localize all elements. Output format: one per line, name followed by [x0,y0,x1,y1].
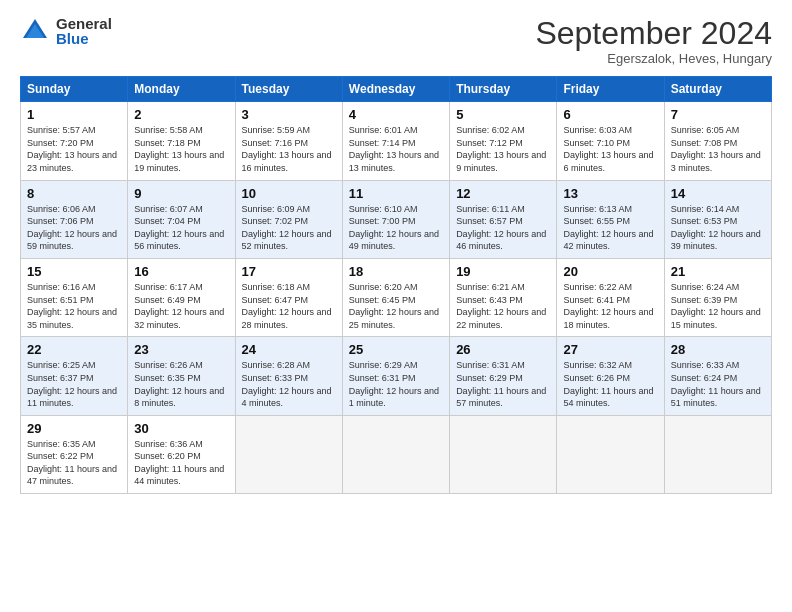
logo-icon [20,16,50,46]
day-number: 28 [671,342,765,357]
calendar-cell: 25Sunrise: 6:29 AMSunset: 6:31 PMDayligh… [342,337,449,415]
day-info: Sunrise: 6:13 AMSunset: 6:55 PMDaylight:… [563,204,653,252]
calendar-cell: 27Sunrise: 6:32 AMSunset: 6:26 PMDayligh… [557,337,664,415]
calendar-cell: 18Sunrise: 6:20 AMSunset: 6:45 PMDayligh… [342,258,449,336]
calendar-cell: 20Sunrise: 6:22 AMSunset: 6:41 PMDayligh… [557,258,664,336]
day-number: 2 [134,107,228,122]
day-info: Sunrise: 6:07 AMSunset: 7:04 PMDaylight:… [134,204,224,252]
calendar-cell: 28Sunrise: 6:33 AMSunset: 6:24 PMDayligh… [664,337,771,415]
day-number: 16 [134,264,228,279]
calendar-cell [664,415,771,493]
day-number: 8 [27,186,121,201]
calendar-cell: 11Sunrise: 6:10 AMSunset: 7:00 PMDayligh… [342,180,449,258]
day-info: Sunrise: 6:25 AMSunset: 6:37 PMDaylight:… [27,360,117,408]
day-info: Sunrise: 5:58 AMSunset: 7:18 PMDaylight:… [134,125,224,173]
day-info: Sunrise: 6:11 AMSunset: 6:57 PMDaylight:… [456,204,546,252]
logo-text: General Blue [56,16,112,46]
day-number: 21 [671,264,765,279]
day-info: Sunrise: 6:29 AMSunset: 6:31 PMDaylight:… [349,360,439,408]
day-number: 24 [242,342,336,357]
day-info: Sunrise: 6:20 AMSunset: 6:45 PMDaylight:… [349,282,439,330]
day-number: 18 [349,264,443,279]
calendar-header-row: Sunday Monday Tuesday Wednesday Thursday… [21,77,772,102]
day-number: 15 [27,264,121,279]
calendar-cell: 2Sunrise: 5:58 AMSunset: 7:18 PMDaylight… [128,102,235,180]
day-info: Sunrise: 6:01 AMSunset: 7:14 PMDaylight:… [349,125,439,173]
col-thursday: Thursday [450,77,557,102]
calendar-cell: 26Sunrise: 6:31 AMSunset: 6:29 PMDayligh… [450,337,557,415]
col-sunday: Sunday [21,77,128,102]
calendar: Sunday Monday Tuesday Wednesday Thursday… [20,76,772,494]
day-number: 17 [242,264,336,279]
calendar-cell: 16Sunrise: 6:17 AMSunset: 6:49 PMDayligh… [128,258,235,336]
col-friday: Friday [557,77,664,102]
day-number: 29 [27,421,121,436]
day-info: Sunrise: 6:02 AMSunset: 7:12 PMDaylight:… [456,125,546,173]
day-info: Sunrise: 6:32 AMSunset: 6:26 PMDaylight:… [563,360,653,408]
calendar-body: 1Sunrise: 5:57 AMSunset: 7:20 PMDaylight… [21,102,772,494]
calendar-cell: 23Sunrise: 6:26 AMSunset: 6:35 PMDayligh… [128,337,235,415]
day-info: Sunrise: 6:22 AMSunset: 6:41 PMDaylight:… [563,282,653,330]
calendar-week-row: 29Sunrise: 6:35 AMSunset: 6:22 PMDayligh… [21,415,772,493]
calendar-cell: 17Sunrise: 6:18 AMSunset: 6:47 PMDayligh… [235,258,342,336]
calendar-cell [557,415,664,493]
logo: General Blue [20,16,112,46]
calendar-cell: 3Sunrise: 5:59 AMSunset: 7:16 PMDaylight… [235,102,342,180]
day-info: Sunrise: 6:35 AMSunset: 6:22 PMDaylight:… [27,439,117,487]
calendar-cell: 13Sunrise: 6:13 AMSunset: 6:55 PMDayligh… [557,180,664,258]
day-info: Sunrise: 6:18 AMSunset: 6:47 PMDaylight:… [242,282,332,330]
day-info: Sunrise: 6:10 AMSunset: 7:00 PMDaylight:… [349,204,439,252]
day-number: 7 [671,107,765,122]
calendar-cell: 4Sunrise: 6:01 AMSunset: 7:14 PMDaylight… [342,102,449,180]
day-number: 26 [456,342,550,357]
day-number: 13 [563,186,657,201]
day-number: 5 [456,107,550,122]
calendar-cell: 8Sunrise: 6:06 AMSunset: 7:06 PMDaylight… [21,180,128,258]
day-info: Sunrise: 6:24 AMSunset: 6:39 PMDaylight:… [671,282,761,330]
day-number: 22 [27,342,121,357]
day-number: 11 [349,186,443,201]
day-info: Sunrise: 6:06 AMSunset: 7:06 PMDaylight:… [27,204,117,252]
logo-general: General [56,16,112,31]
day-number: 6 [563,107,657,122]
title-block: September 2024 Egerszalok, Heves, Hungar… [535,16,772,66]
day-info: Sunrise: 6:17 AMSunset: 6:49 PMDaylight:… [134,282,224,330]
day-number: 25 [349,342,443,357]
day-info: Sunrise: 6:09 AMSunset: 7:02 PMDaylight:… [242,204,332,252]
day-info: Sunrise: 5:59 AMSunset: 7:16 PMDaylight:… [242,125,332,173]
logo-blue: Blue [56,31,112,46]
calendar-cell: 10Sunrise: 6:09 AMSunset: 7:02 PMDayligh… [235,180,342,258]
calendar-cell: 22Sunrise: 6:25 AMSunset: 6:37 PMDayligh… [21,337,128,415]
day-info: Sunrise: 6:26 AMSunset: 6:35 PMDaylight:… [134,360,224,408]
calendar-cell: 12Sunrise: 6:11 AMSunset: 6:57 PMDayligh… [450,180,557,258]
calendar-week-row: 15Sunrise: 6:16 AMSunset: 6:51 PMDayligh… [21,258,772,336]
day-info: Sunrise: 6:14 AMSunset: 6:53 PMDaylight:… [671,204,761,252]
calendar-cell [235,415,342,493]
calendar-week-row: 1Sunrise: 5:57 AMSunset: 7:20 PMDaylight… [21,102,772,180]
calendar-cell: 7Sunrise: 6:05 AMSunset: 7:08 PMDaylight… [664,102,771,180]
day-info: Sunrise: 6:36 AMSunset: 6:20 PMDaylight:… [134,439,224,487]
day-number: 4 [349,107,443,122]
day-number: 19 [456,264,550,279]
calendar-cell: 14Sunrise: 6:14 AMSunset: 6:53 PMDayligh… [664,180,771,258]
location: Egerszalok, Heves, Hungary [535,51,772,66]
day-info: Sunrise: 6:21 AMSunset: 6:43 PMDaylight:… [456,282,546,330]
col-wednesday: Wednesday [342,77,449,102]
day-number: 27 [563,342,657,357]
calendar-cell [450,415,557,493]
calendar-cell: 9Sunrise: 6:07 AMSunset: 7:04 PMDaylight… [128,180,235,258]
day-number: 1 [27,107,121,122]
calendar-cell: 21Sunrise: 6:24 AMSunset: 6:39 PMDayligh… [664,258,771,336]
day-number: 9 [134,186,228,201]
col-tuesday: Tuesday [235,77,342,102]
day-info: Sunrise: 6:03 AMSunset: 7:10 PMDaylight:… [563,125,653,173]
calendar-cell: 1Sunrise: 5:57 AMSunset: 7:20 PMDaylight… [21,102,128,180]
day-number: 20 [563,264,657,279]
day-info: Sunrise: 6:16 AMSunset: 6:51 PMDaylight:… [27,282,117,330]
day-number: 10 [242,186,336,201]
calendar-week-row: 22Sunrise: 6:25 AMSunset: 6:37 PMDayligh… [21,337,772,415]
calendar-cell: 6Sunrise: 6:03 AMSunset: 7:10 PMDaylight… [557,102,664,180]
header: General Blue September 2024 Egerszalok, … [20,16,772,66]
day-info: Sunrise: 5:57 AMSunset: 7:20 PMDaylight:… [27,125,117,173]
month-title: September 2024 [535,16,772,51]
